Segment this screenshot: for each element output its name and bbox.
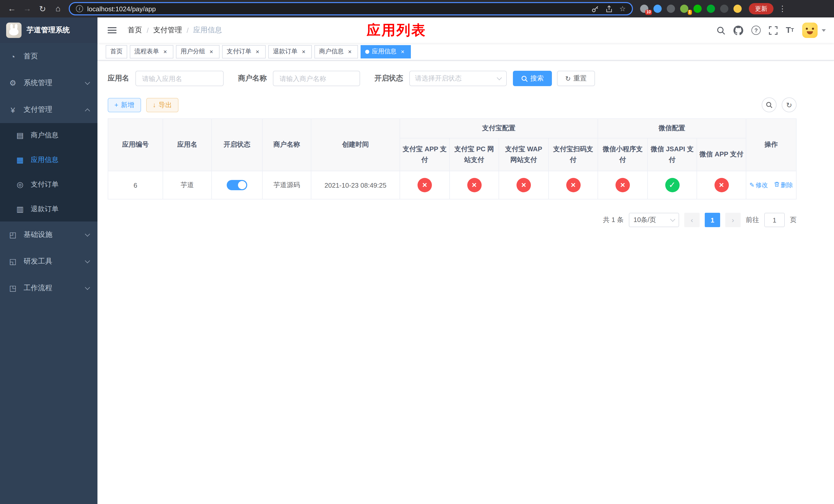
cell-config-3: × <box>549 171 598 199</box>
url-text[interactable]: localhost:1024/pay/app <box>87 5 588 13</box>
sidebar-toggle-icon[interactable] <box>106 18 118 43</box>
sidebar-item-label: 商户信息 <box>31 131 59 140</box>
close-icon[interactable]: × <box>254 48 261 55</box>
merchant-name-input[interactable] <box>273 71 360 86</box>
export-button[interactable]: ↓ 导出 <box>146 98 178 112</box>
browser-update-button[interactable]: 更新 <box>749 3 773 14</box>
page-unit-label: 页 <box>790 215 796 225</box>
breadcrumb-payment-management[interactable]: 支付管理 <box>153 26 182 35</box>
forward-icon[interactable]: → <box>21 2 34 15</box>
page-1-button[interactable]: 1 <box>705 213 720 227</box>
breadcrumb-separator <box>147 26 149 35</box>
pin-extension-icon[interactable] <box>720 5 728 13</box>
breadcrumb-home[interactable]: 首页 <box>128 26 142 35</box>
reload-icon[interactable]: ↻ <box>36 2 49 15</box>
chevron-down-icon <box>85 231 90 236</box>
col-group-wechat-config: 微信配置 <box>598 119 746 138</box>
dashboard-icon: ◔ <box>8 52 18 61</box>
page-title: 应用列表 <box>367 21 426 40</box>
bookmark-star-icon[interactable]: ☆ <box>619 5 626 13</box>
tab-process-form[interactable]: 流程表单× <box>130 45 173 58</box>
close-icon[interactable]: × <box>208 48 215 55</box>
refresh-table-button[interactable]: ↻ <box>782 97 796 112</box>
back-icon[interactable]: ← <box>5 2 19 15</box>
tab-refund-orders[interactable]: 退款订单× <box>268 45 312 58</box>
toggle-search-button[interactable] <box>762 97 776 112</box>
sidebar-item-label: 系统管理 <box>24 78 52 88</box>
app-name-input[interactable] <box>135 71 224 86</box>
address-bar[interactable]: i localhost:1024/pay/app ☆ <box>69 2 633 15</box>
key-icon[interactable] <box>592 5 599 13</box>
sidebar-item-home[interactable]: ◔首页 <box>0 43 97 70</box>
font-size-icon[interactable]: TT <box>786 26 794 35</box>
delete-link[interactable]: 删除 <box>774 181 793 189</box>
sidebar-item-app-info[interactable]: ▦应用信息 <box>0 148 97 172</box>
browser-menu-icon[interactable]: ⋮ <box>778 4 786 13</box>
drop-extension-icon[interactable] <box>654 5 662 13</box>
config-disabled-icon: × <box>418 178 432 192</box>
wechat-extension-icon[interactable] <box>694 5 702 13</box>
close-icon[interactable]: × <box>399 48 406 55</box>
search-icon[interactable] <box>717 26 725 35</box>
tab-user-group[interactable]: 用户分组× <box>176 45 220 58</box>
sidebar-item-workflow[interactable]: ◳工作流程 <box>0 275 97 301</box>
sidebar-item-payment-orders[interactable]: ◎支付订单 <box>0 172 97 197</box>
tab-app-info[interactable]: 应用信息× <box>360 45 411 58</box>
goto-page-input[interactable] <box>764 213 785 227</box>
status-select[interactable]: 请选择开启状态 <box>409 71 507 86</box>
close-icon[interactable]: × <box>161 48 169 55</box>
site-info-icon[interactable]: i <box>76 5 83 12</box>
export-button-label: 导出 <box>158 100 172 110</box>
face-extension-icon[interactable] <box>733 5 742 13</box>
grid-icon: ▦ <box>15 155 25 165</box>
browser-extensions: 101 <box>640 5 742 13</box>
page-size-select[interactable]: 10条/页 <box>629 213 679 227</box>
fullscreen-icon[interactable] <box>769 26 777 35</box>
table-tools: ↻ <box>762 97 796 112</box>
github-icon[interactable] <box>733 25 743 35</box>
help-icon[interactable]: ? <box>751 26 761 35</box>
user-avatar[interactable] <box>802 23 818 38</box>
col-app-id: 应用编号 <box>108 119 163 171</box>
card-icon: ▤ <box>15 131 25 140</box>
add-button[interactable]: + 新增 <box>108 98 141 112</box>
cell-operations: ✎修改删除 <box>746 171 796 199</box>
close-icon[interactable]: × <box>346 48 353 55</box>
dark-circle-extension-icon[interactable] <box>667 5 675 13</box>
sidebar-item-refund-orders[interactable]: ▥退款订单 <box>0 197 97 222</box>
app-logo[interactable]: 芋道管理系统 <box>0 18 97 43</box>
tab-payment-orders[interactable]: 支付订单× <box>222 45 266 58</box>
evernote-extension-icon[interactable] <box>707 5 715 13</box>
pencil-icon: ✎ <box>749 182 754 189</box>
tab-merchant-info[interactable]: 商户信息× <box>314 45 358 58</box>
active-dot <box>365 49 369 53</box>
cell-merchant-name: 芋道源码 <box>262 171 311 199</box>
goto-label: 前往 <box>746 215 759 225</box>
green-camera-extension-icon[interactable]: 1 <box>680 5 688 13</box>
search-button[interactable]: 搜索 <box>513 71 552 86</box>
status-toggle[interactable] <box>227 180 247 190</box>
close-icon[interactable]: × <box>300 48 307 55</box>
sidebar-item-label: 基础设施 <box>24 230 52 239</box>
home-icon[interactable]: ⌂ <box>51 2 65 15</box>
app-title: 芋道管理系统 <box>27 26 70 35</box>
sidebar-item-merchant-info[interactable]: ▤商户信息 <box>0 123 97 148</box>
edit-link[interactable]: ✎修改 <box>749 181 768 189</box>
chevron-down-icon <box>85 79 90 85</box>
puzzle-extension-icon[interactable]: 10 <box>640 5 648 13</box>
sidebar-menu: ◔首页⚙系统管理¥支付管理▤商户信息▦应用信息◎支付订单▥退款订单◰基础设施◱研… <box>0 43 97 301</box>
sidebar-item-dev-tools[interactable]: ◱研发工具 <box>0 248 97 275</box>
prev-page-button[interactable]: ‹ <box>684 213 700 227</box>
tab-home[interactable]: 首页 <box>106 45 127 58</box>
cell-config-6: × <box>697 171 746 199</box>
next-page-button[interactable]: › <box>725 213 741 227</box>
sidebar-item-payment-management[interactable]: ¥支付管理 <box>0 96 97 123</box>
share-icon[interactable] <box>606 5 613 13</box>
trash-icon <box>774 182 780 189</box>
chevron-down-icon <box>85 258 90 263</box>
sidebar-item-system-management[interactable]: ⚙系统管理 <box>0 70 97 96</box>
reset-button[interactable]: ↻ 重置 <box>557 71 595 86</box>
plus-icon: + <box>114 101 118 109</box>
tags-view-bar: 首页流程表单×用户分组×支付订单×退款订单×商户信息×应用信息× <box>97 43 834 61</box>
sidebar-item-infrastructure[interactable]: ◰基础设施 <box>0 222 97 248</box>
